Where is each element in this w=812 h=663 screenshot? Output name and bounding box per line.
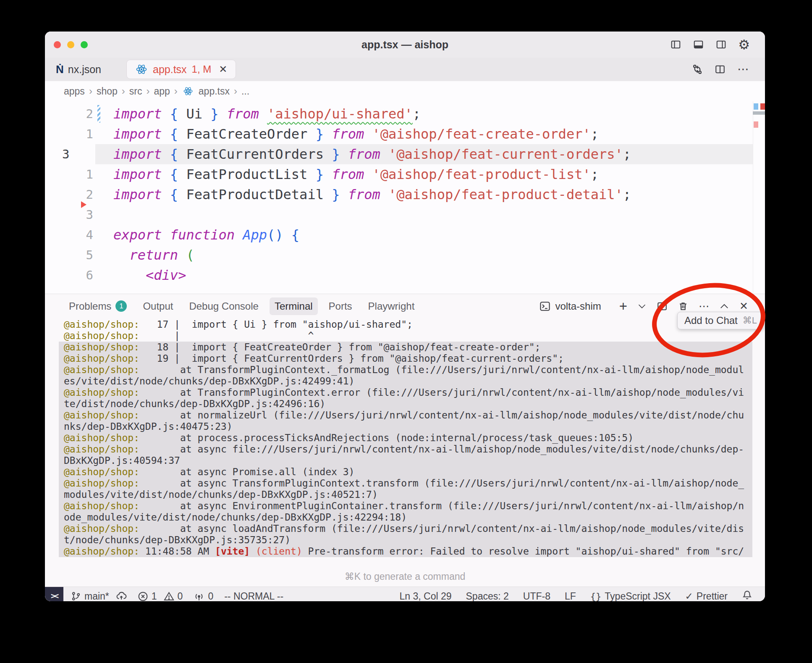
code-line[interactable]: 3import { FeatCurrentOrders } from '@ais… [45,144,765,164]
terminal-line: @aishop/shop: at async Promise.all (inde… [59,466,752,478]
eol-setting[interactable]: LF [565,591,576,602]
code-line[interactable]: 5 return ( [45,245,765,265]
braces-icon: {} [590,591,602,602]
ruler-mark-modified [754,103,758,110]
line-number: 4 [86,225,93,245]
panel-tab-problems[interactable]: Problems1 [64,297,132,315]
indentation-setting[interactable]: Spaces: 2 [466,591,509,602]
code-text: export function App() { [113,225,299,245]
code-text: import { FeatProductList } from '@aishop… [113,164,599,184]
panel-tab-ports[interactable]: Ports [324,297,357,315]
check-icon: ✓ [685,591,693,602]
problems-count-badge: 1 [115,300,127,312]
terminal-line: te/dist/node/chunks/dep-DBxKXgDP.js:4249… [59,398,752,410]
terminal-profile-dropdown[interactable] [638,303,646,310]
close-panel-button[interactable]: ✕ [739,300,748,312]
publish-changes-icon [116,591,127,601]
git-branch-status[interactable]: main* [71,591,127,602]
window-title: app.tsx — aishop [45,39,765,51]
formatter-status[interactable]: ✓ Prettier [685,591,728,602]
code-text: import { FeatCreateOrder } from '@aishop… [113,124,599,144]
react-icon [135,63,148,75]
ports-status[interactable]: 0 [194,591,213,602]
breadcrumb-separator: › [89,85,92,97]
toggle-primary-sidebar-icon[interactable] [670,39,681,50]
code-line[interactable]: 6 <div> [45,265,765,285]
line-number: 6 [86,265,93,285]
panel-tab-label: Debug Console [189,300,258,312]
code-line[interactable]: 2import { FeatProductDetail } from '@ais… [45,184,765,205]
breadcrumb-item[interactable]: app [154,86,170,97]
split-editor-icon[interactable] [715,64,726,74]
encoding-setting[interactable]: UTF-8 [523,591,550,602]
editor-scrollbar[interactable] [753,111,765,115]
code-line[interactable]: 2import { Ui } from 'aishop/ui-shared'; [45,104,765,124]
language-mode[interactable]: {} TypeScript JSX [590,591,671,602]
editor-lines: 2import { Ui } from 'aishop/ui-shared';1… [45,104,765,285]
vim-mode-indicator[interactable]: -- NORMAL -- [224,591,283,602]
terminal-line: ode_modules/vite/dist/node/chunks/dep-DB… [59,512,752,523]
toggle-secondary-sidebar-icon[interactable] [715,39,727,50]
split-terminal-button[interactable] [657,301,668,311]
compare-changes-icon[interactable] [692,64,703,75]
terminal-instance[interactable]: volta-shim [539,300,601,312]
breadcrumb-item[interactable]: app.tsx [199,86,230,97]
add-to-chat-shortcut: ⌘L [743,315,757,326]
code-line[interactable]: 3 [45,205,765,225]
gutter[interactable]: 2 [45,104,113,124]
editor[interactable]: 2import { Ui } from 'aishop/ui-shared';1… [45,101,765,294]
remote-indicator[interactable]: >< [45,587,63,601]
generate-command-hint: ⌘K to generate a command [345,571,466,582]
panel-header: Problems1OutputDebug ConsoleTerminalPort… [45,294,765,318]
panel-tab-playwright[interactable]: Playwright [363,297,420,315]
breadcrumb-item[interactable]: src [129,86,142,97]
code-line[interactable]: 4export function App() { [45,225,765,245]
panel-more-actions-button[interactable]: ⋯ [699,300,709,312]
more-actions-icon[interactable]: ⋯ [737,63,749,75]
cursor-position[interactable]: Ln 3, Col 29 [400,591,452,602]
gutter[interactable]: 3 [45,205,113,225]
terminal-output[interactable]: @aishop/shop: 17 | import { Ui } from "a… [45,318,765,567]
tabbar-actions: ⋯ [692,63,765,75]
gutter[interactable]: 2 [45,184,113,205]
add-to-chat-button[interactable]: Add to Chat ⌘L [677,312,764,329]
code-line[interactable]: 1import { FeatCreateOrder } from '@aisho… [45,124,765,144]
tab-app-tsx[interactable]: app.tsx 1, M ✕ [126,60,236,79]
line-number: 1 [86,124,93,144]
warnings-icon [164,591,174,602]
close-tab-icon[interactable]: ✕ [219,63,227,75]
breadcrumb-item[interactable]: ... [241,86,249,97]
tab-nx-json[interactable]: Ṅ nx.json [47,60,110,79]
settings-gear-icon[interactable]: ⚙ [738,38,750,51]
toggle-panel-icon[interactable] [693,39,704,50]
statusbar-right: Ln 3, Col 29 Spaces: 2 UTF-8 LF {} TypeS… [400,589,765,602]
problems-status[interactable]: 1 0 [138,591,183,602]
overview-ruler-border [753,101,753,294]
titlebar-actions: ⚙ [670,38,765,51]
gutter[interactable]: 1 [45,164,113,184]
gutter[interactable]: 3 [45,144,113,164]
panel-tab-output[interactable]: Output [138,297,178,315]
terminal-line: @aishop/shop: 11:48:58 AM [vite] (client… [59,546,752,557]
maximize-panel-button[interactable] [720,303,729,310]
terminal-line: @aishop/shop: at async loadAndTransform … [59,523,752,534]
breadcrumb-separator: › [122,85,125,97]
breadcrumb-item[interactable]: shop [97,86,118,97]
breadcrumb-item[interactable]: apps [64,86,85,97]
terminal-line: es/vite/dist/node/chunks/dep-DBxKXgDP.js… [59,376,752,387]
kill-terminal-button[interactable] [678,301,688,312]
terminal-line: @aishop/shop: at normalizeUrl (file:///U… [59,410,752,421]
gutter[interactable]: 4 [45,225,113,245]
panel-tab-label: Playwright [368,300,415,312]
new-terminal-button[interactable]: + [619,299,627,313]
panel-tab-terminal[interactable]: Terminal [270,297,318,315]
statusbar-left: main* 1 0 0 -- NORMAL -- [63,591,283,602]
panel-tab-debug-console[interactable]: Debug Console [184,297,263,315]
code-text: import { FeatProductDetail } from '@aish… [113,184,631,205]
statusbar: >< main* 1 0 0 -- NORMAL [45,587,765,601]
gutter[interactable]: 5 [45,245,113,265]
gutter[interactable]: 6 [45,265,113,285]
notifications-bell-icon[interactable] [742,589,752,602]
code-line[interactable]: 1import { FeatProductList } from '@aisho… [45,164,765,184]
gutter[interactable]: 1 [45,124,113,144]
